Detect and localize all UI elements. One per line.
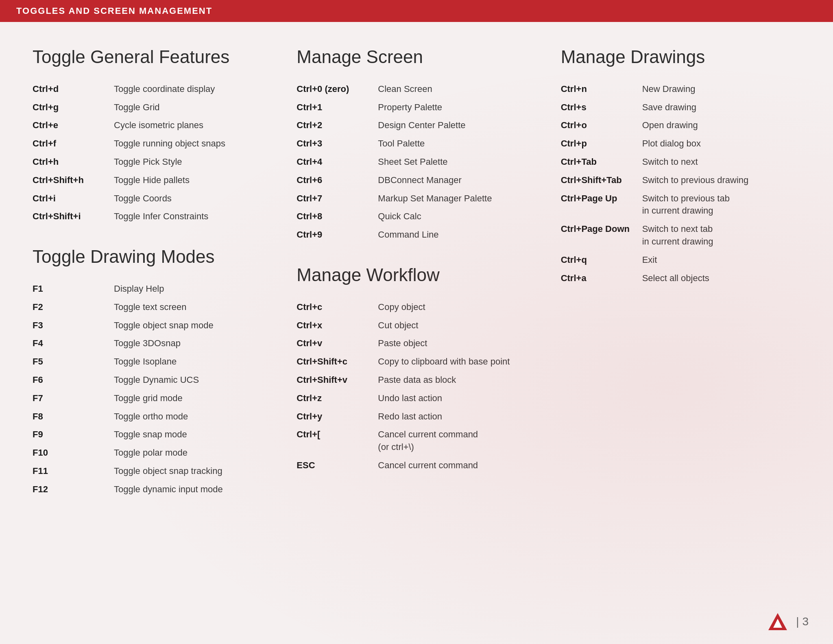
manage-screen-title: Manage Screen xyxy=(297,46,536,68)
shortcut-desc: Redo last action xyxy=(378,410,442,423)
shortcut-key: Ctrl+v xyxy=(297,337,378,350)
shortcut-desc: Toggle Infer Constraints xyxy=(114,210,208,223)
shortcut-desc: Toggle grid mode xyxy=(114,392,183,405)
shortcut-desc: Quick Calc xyxy=(378,210,421,223)
shortcut-desc: Cut object xyxy=(378,319,418,332)
page-number: | 3 xyxy=(796,615,809,628)
shortcut-key: Ctrl+Page Up xyxy=(561,192,642,205)
list-item: F10Toggle polar mode xyxy=(33,444,272,462)
shortcut-key: Ctrl+p xyxy=(561,138,642,150)
list-item: Ctrl+[Cancel current command(or ctrl+\) xyxy=(297,426,536,456)
footer: | 3 xyxy=(768,611,809,632)
main-content: Toggle General Features Ctrl+dToggle coo… xyxy=(0,22,833,544)
shortcut-desc: Toggle ortho mode xyxy=(114,410,188,423)
shortcut-key: Ctrl+1 xyxy=(297,101,378,114)
manage-workflow-title: Manage Workflow xyxy=(297,264,536,286)
shortcut-desc: Display Help xyxy=(114,283,164,295)
shortcut-key: F11 xyxy=(33,465,114,478)
list-item: Ctrl+Page UpSwitch to previous tabin cur… xyxy=(561,190,800,220)
shortcut-desc: Select all objects xyxy=(642,272,709,285)
list-item: Ctrl+nNew Drawing xyxy=(561,80,800,98)
toggle-general-title: Toggle General Features xyxy=(33,46,272,68)
shortcut-key: Ctrl+x xyxy=(297,319,378,332)
shortcut-key: Ctrl+Page Down xyxy=(561,223,642,236)
shortcut-key: Ctrl+y xyxy=(297,410,378,423)
list-item: F11Toggle object snap tracking xyxy=(33,462,272,480)
shortcut-desc: Design Center Palette xyxy=(378,119,465,132)
shortcut-desc: Sheet Set Palette xyxy=(378,156,447,168)
shortcut-desc: Paste data as block xyxy=(378,374,456,386)
shortcut-desc: Command Line xyxy=(378,229,438,241)
list-item: Ctrl+6DBConnect Manager xyxy=(297,171,536,190)
list-item: Ctrl+sSave drawing xyxy=(561,98,800,117)
shortcut-key: Ctrl+8 xyxy=(297,210,378,223)
list-item: F4Toggle 3DOsnap xyxy=(33,334,272,353)
shortcut-key: F2 xyxy=(33,301,114,314)
shortcut-desc: New Drawing xyxy=(642,83,696,96)
list-item: F2Toggle text screen xyxy=(33,298,272,317)
shortcut-desc: Switch to next xyxy=(642,156,698,168)
shortcut-key: Ctrl+6 xyxy=(297,174,378,187)
list-item: F9Toggle snap mode xyxy=(33,426,272,444)
shortcut-desc: Toggle Hide pallets xyxy=(114,174,190,187)
shortcut-key: Ctrl+a xyxy=(561,272,642,285)
list-item: F7Toggle grid mode xyxy=(33,389,272,408)
shortcut-desc: Switch to next tabin current drawing xyxy=(642,223,713,248)
list-item: Ctrl+xCut object xyxy=(297,317,536,335)
list-item: F12Toggle dynamic input mode xyxy=(33,480,272,499)
list-item: Ctrl+dToggle coordinate display xyxy=(33,80,272,98)
column-1: Toggle General Features Ctrl+dToggle coo… xyxy=(33,46,272,519)
shortcut-key: F8 xyxy=(33,410,114,423)
shortcut-key: Ctrl+9 xyxy=(297,229,378,241)
shortcut-desc: Markup Set Manager Palette xyxy=(378,192,492,205)
list-item: Ctrl+aSelect all objects xyxy=(561,269,800,288)
shortcut-key: Ctrl+Tab xyxy=(561,156,642,168)
shortcut-desc: Clean Screen xyxy=(378,83,432,96)
shortcut-key: F9 xyxy=(33,428,114,441)
shortcut-key: Ctrl+d xyxy=(33,83,114,96)
shortcut-key: Ctrl+Shift+Tab xyxy=(561,174,642,187)
list-item: Ctrl+Shift+hToggle Hide pallets xyxy=(33,171,272,190)
shortcut-desc: DBConnect Manager xyxy=(378,174,461,187)
shortcut-key: Ctrl+g xyxy=(33,101,114,114)
shortcut-key: Ctrl+Shift+i xyxy=(33,210,114,223)
shortcut-desc: Toggle 3DOsnap xyxy=(114,337,181,350)
shortcut-desc: Toggle object snap mode xyxy=(114,319,214,332)
shortcut-desc: Switch to previous tabin current drawing xyxy=(642,192,730,218)
shortcut-key: Ctrl+4 xyxy=(297,156,378,168)
shortcut-key: Ctrl+Shift+v xyxy=(297,374,378,386)
shortcut-desc: Copy to clipboard with base point xyxy=(378,356,510,368)
toggle-drawing-title: Toggle Drawing Modes xyxy=(33,246,272,268)
shortcut-desc: Undo last action xyxy=(378,392,442,405)
shortcut-key: ESC xyxy=(297,459,378,472)
manage-screen-list: Ctrl+0 (zero)Clean ScreenCtrl+1Property … xyxy=(297,80,536,244)
list-item: F3Toggle object snap mode xyxy=(33,317,272,335)
list-item: Ctrl+hToggle Pick Style xyxy=(33,153,272,171)
shortcut-key: F1 xyxy=(33,283,114,295)
shortcut-desc: Paste object xyxy=(378,337,427,350)
list-item: Ctrl+7Markup Set Manager Palette xyxy=(297,190,536,208)
toggle-drawing-list: F1Display HelpF2Toggle text screenF3Togg… xyxy=(33,280,272,499)
list-item: Ctrl+Shift+TabSwitch to previous drawing xyxy=(561,171,800,190)
shortcut-desc: Plot dialog box xyxy=(642,138,701,150)
header-title: TOGGLES AND SCREEN MANAGEMENT xyxy=(16,6,212,16)
list-item: ESCCancel current command xyxy=(297,456,536,475)
shortcut-key: Ctrl+e xyxy=(33,119,114,132)
list-item: Ctrl+pPlot dialog box xyxy=(561,135,800,153)
shortcut-key: Ctrl+[ xyxy=(297,428,378,441)
shortcut-desc: Tool Palette xyxy=(378,138,425,150)
shortcut-key: Ctrl+0 (zero) xyxy=(297,83,378,96)
shortcut-key: Ctrl+z xyxy=(297,392,378,405)
list-item: Ctrl+TabSwitch to next xyxy=(561,153,800,171)
list-item: Ctrl+cCopy object xyxy=(297,298,536,317)
shortcut-desc: Toggle Grid xyxy=(114,101,160,114)
shortcut-key: F4 xyxy=(33,337,114,350)
list-item: Ctrl+yRedo last action xyxy=(297,408,536,426)
list-item: Ctrl+0 (zero)Clean Screen xyxy=(297,80,536,98)
list-item: Ctrl+oOpen drawing xyxy=(561,116,800,135)
shortcut-key: Ctrl+Shift+h xyxy=(33,174,114,187)
list-item: Ctrl+Page DownSwitch to next tabin curre… xyxy=(561,220,800,251)
shortcut-key: Ctrl+h xyxy=(33,156,114,168)
shortcut-desc: Toggle Pick Style xyxy=(114,156,182,168)
shortcut-key: Ctrl+n xyxy=(561,83,642,96)
